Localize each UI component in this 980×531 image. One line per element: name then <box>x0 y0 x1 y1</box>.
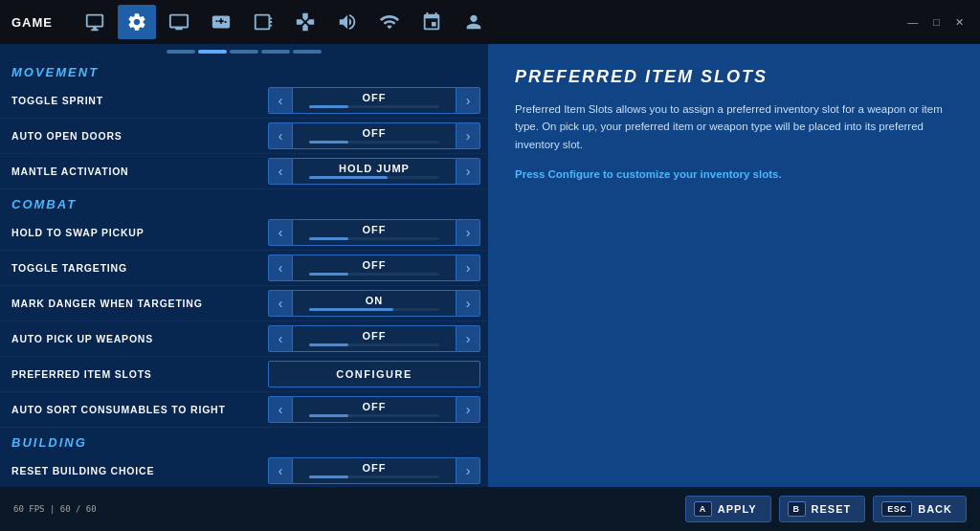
reset-label: RESET <box>812 503 852 515</box>
reset-building-fill <box>309 476 348 478</box>
reset-building-value: OFF <box>363 463 387 474</box>
preferred-item-slots-configure-btn[interactable]: CONFIGURE <box>268 361 480 387</box>
auto-pick-up-fill <box>309 343 348 346</box>
reset-building-label: RESET BUILDING CHOICE <box>11 465 268 476</box>
toggle-sprint-row: TOGGLE SPRINT ‹ OFF › <box>0 83 488 119</box>
reset-building-row: RESET BUILDING CHOICE ‹ OFF › <box>0 454 488 487</box>
network-nav-icon[interactable] <box>370 5 409 39</box>
toggle-sprint-left-arrow[interactable]: ‹ <box>268 87 293 114</box>
main-layout: MOVEMENT TOGGLE SPRINT ‹ OFF › AUTO OPEN… <box>0 44 980 487</box>
auto-sort-row: AUTO SORT CONSUMABLES TO RIGHT ‹ OFF › <box>0 392 488 428</box>
user-nav-icon[interactable] <box>455 5 493 39</box>
mantle-activation-fill <box>309 176 388 179</box>
preferred-item-slots-configure-text: CONFIGURE <box>336 368 412 380</box>
keyboard2-nav-icon[interactable] <box>244 5 282 39</box>
auto-pick-up-value-box: OFF <box>293 325 456 352</box>
mantle-activation-row: MANTLE ACTIVATION ‹ HOLD JUMP › <box>0 154 488 189</box>
toggle-targeting-control: ‹ OFF › <box>268 254 480 281</box>
reset-building-left-arrow[interactable]: ‹ <box>268 457 293 484</box>
toggle-sprint-fill <box>309 105 348 108</box>
auto-sort-left-arrow[interactable]: ‹ <box>268 396 293 423</box>
mantle-activation-label: MANTLE ACTIVATION <box>11 166 268 177</box>
toggle-targeting-fill <box>309 273 348 276</box>
auto-open-doors-slider <box>309 141 439 144</box>
auto-open-doors-row: AUTO OPEN DOORS ‹ OFF › <box>0 119 488 154</box>
building-heading: BUILDING <box>0 428 488 454</box>
auto-pick-up-value: OFF <box>363 331 387 342</box>
toggle-sprint-label: TOGGLE SPRINT <box>11 95 268 106</box>
auto-sort-slider <box>309 414 439 417</box>
apply-label: APPLY <box>718 503 757 515</box>
auto-pick-up-left-arrow[interactable]: ‹ <box>268 325 293 352</box>
auto-pick-up-right-arrow[interactable]: › <box>456 325 480 352</box>
mantle-activation-right-arrow[interactable]: › <box>456 158 480 185</box>
back-label: BACK <box>918 503 952 515</box>
auto-sort-right-arrow[interactable]: › <box>456 396 480 423</box>
right-panel-config-link[interactable]: Press Configure to customize your invent… <box>515 168 953 180</box>
preferred-item-slots-control: CONFIGURE <box>268 361 480 387</box>
right-panel-description: Preferred Item Slots allows you to assig… <box>515 100 953 153</box>
scroll-indicator <box>0 44 488 57</box>
controller2-nav-icon[interactable] <box>412 5 451 39</box>
auto-open-doors-label: AUTO OPEN DOORS <box>11 130 268 142</box>
minimize-btn[interactable]: — <box>902 14 923 31</box>
reset-building-value-box: OFF <box>293 457 456 484</box>
mark-danger-fill <box>309 308 393 311</box>
mark-danger-right-arrow[interactable]: › <box>456 290 480 317</box>
toggle-targeting-value-box: OFF <box>293 254 456 281</box>
close-btn[interactable]: ✕ <box>950 14 969 31</box>
toggle-targeting-right-arrow[interactable]: › <box>456 254 480 281</box>
hold-to-swap-control: ‹ OFF › <box>268 219 480 246</box>
bottom-actions: A APPLY B RESET ESC BACK <box>685 496 967 522</box>
toggle-sprint-right-arrow[interactable]: › <box>456 87 480 114</box>
gear-nav-icon[interactable] <box>118 5 156 39</box>
toggle-targeting-slider <box>309 273 439 276</box>
toggle-targeting-label: TOGGLE TARGETING <box>11 262 268 274</box>
movement-heading: MOVEMENT <box>0 57 488 83</box>
hold-to-swap-left-arrow[interactable]: ‹ <box>268 219 293 246</box>
toggle-targeting-value: OFF <box>363 260 387 271</box>
auto-open-doors-right-arrow[interactable]: › <box>456 122 480 149</box>
auto-sort-control: ‹ OFF › <box>268 396 480 423</box>
reset-building-right-arrow[interactable]: › <box>456 457 480 484</box>
hold-to-swap-value-box: OFF <box>293 219 456 246</box>
apply-key: A <box>694 501 712 517</box>
gamepad-nav-icon[interactable] <box>286 5 324 39</box>
auto-open-doors-fill <box>309 141 348 144</box>
toggle-sprint-control: ‹ OFF › <box>268 87 480 114</box>
mark-danger-left-arrow[interactable]: ‹ <box>268 290 293 317</box>
keyboard-nav-icon[interactable] <box>202 5 240 39</box>
auto-sort-value-box: OFF <box>293 396 456 423</box>
scroll-dot-1 <box>167 50 195 54</box>
toggle-targeting-left-arrow[interactable]: ‹ <box>268 254 293 281</box>
auto-open-doors-left-arrow[interactable]: ‹ <box>268 122 293 149</box>
apply-button[interactable]: A APPLY <box>685 496 771 522</box>
display-nav-icon[interactable] <box>160 5 198 39</box>
scroll-dot-3 <box>230 50 258 54</box>
auto-pick-up-row: AUTO PICK UP WEAPONS ‹ OFF › <box>0 321 488 357</box>
fps-display: 60 FPS | 60 / 60 <box>13 504 97 514</box>
mantle-activation-value-box: HOLD JUMP <box>293 158 456 185</box>
reset-building-control: ‹ OFF › <box>268 457 480 484</box>
mark-danger-value: ON <box>366 296 384 306</box>
reset-button[interactable]: B RESET <box>779 496 866 522</box>
mantle-activation-left-arrow[interactable]: ‹ <box>268 158 293 185</box>
back-button[interactable]: ESC BACK <box>873 496 967 522</box>
reset-key: B <box>788 501 806 517</box>
auto-pick-up-label: AUTO PICK UP WEAPONS <box>11 333 268 344</box>
hold-to-swap-label: HOLD TO SWAP PICKUP <box>11 227 268 238</box>
maximize-btn[interactable]: □ <box>928 14 945 31</box>
toggle-sprint-slider <box>309 105 439 108</box>
nav-icons <box>76 5 493 39</box>
hold-to-swap-right-arrow[interactable]: › <box>456 219 480 246</box>
auto-open-doors-control: ‹ OFF › <box>268 122 480 149</box>
mark-danger-slider <box>309 308 439 311</box>
back-key: ESC <box>881 501 912 517</box>
mark-danger-label: MARK DANGER WHEN TARGETING <box>11 298 268 309</box>
monitor-nav-icon[interactable] <box>76 5 114 39</box>
toggle-sprint-value: OFF <box>363 93 387 103</box>
mantle-activation-slider <box>309 176 439 179</box>
right-panel-title: PREFERRED ITEM SLOTS <box>515 67 953 87</box>
mark-danger-row: MARK DANGER WHEN TARGETING ‹ ON › <box>0 286 488 321</box>
audio-nav-icon[interactable] <box>328 5 367 39</box>
